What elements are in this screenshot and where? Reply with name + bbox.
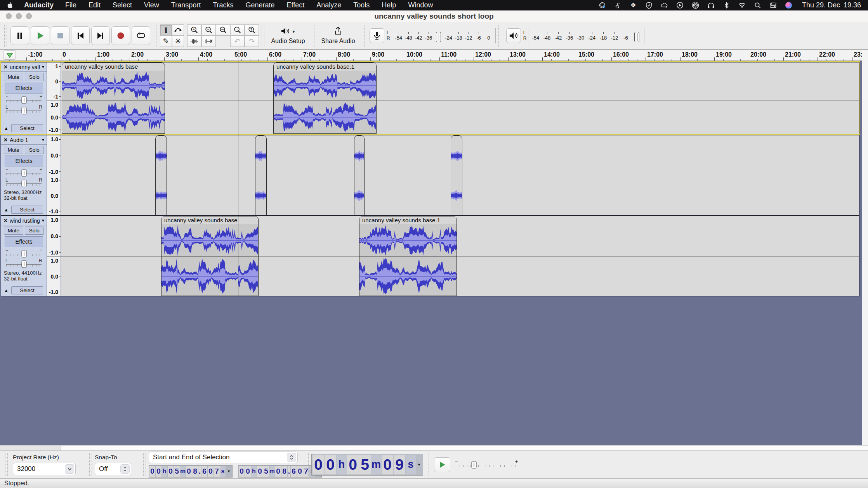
control-center-icon[interactable] xyxy=(769,2,777,9)
select-button[interactable]: Select xyxy=(11,124,43,132)
snap-to-select[interactable]: Off xyxy=(95,463,131,475)
airport-icon[interactable] xyxy=(614,2,621,9)
play-button[interactable] xyxy=(31,26,49,45)
vertical-scale[interactable]: 1.00.0-1.0 xyxy=(47,176,61,215)
collapse-button[interactable]: ▲ xyxy=(4,126,9,131)
toolbar-grip[interactable] xyxy=(262,25,264,47)
audio-clip[interactable]: uncanny valley sounds base xyxy=(161,216,259,296)
track-name[interactable]: uncanny valle xyxy=(10,64,40,70)
skip-to-start-button[interactable] xyxy=(71,26,90,45)
time-digit[interactable]: 8 xyxy=(192,466,198,477)
vertical-scale[interactable]: 1.00.0-1.0 xyxy=(47,100,61,134)
solo-button[interactable]: Solo xyxy=(25,73,44,81)
mute-button[interactable]: Mute xyxy=(4,146,23,154)
track-close-button[interactable]: × xyxy=(3,137,9,144)
undo-button[interactable]: ↶ xyxy=(230,36,245,47)
toolbar-grip[interactable] xyxy=(362,25,365,47)
menu-analyze[interactable]: Analyze xyxy=(316,1,341,9)
time-digit[interactable]: 0 xyxy=(186,466,192,477)
track-content[interactable]: uncanny valley sounds baseuncanny valley… xyxy=(61,216,859,296)
solo-button[interactable]: Solo xyxy=(25,227,44,235)
zoom-toggle-button[interactable]: ? xyxy=(245,24,259,36)
clip-title[interactable]: uncanny valley sounds base.1 xyxy=(274,63,376,71)
timeline-ruler[interactable]: -1:0001:002:003:004:005:006:007:008:009:… xyxy=(0,50,862,61)
play-circle-icon[interactable] xyxy=(676,2,684,9)
fit-project-button[interactable]: ↔ xyxy=(230,24,245,36)
menu-help[interactable]: Help xyxy=(382,1,396,9)
pan-slider[interactable]: LR xyxy=(5,178,42,187)
time-digit[interactable]: 5 xyxy=(174,466,180,477)
track-close-button[interactable]: × xyxy=(3,217,9,224)
time-digit[interactable]: . xyxy=(288,466,290,477)
time-digit[interactable]: 0 xyxy=(156,466,161,477)
loop-button[interactable] xyxy=(132,26,150,45)
dropdown-caret-icon[interactable]: ▼ xyxy=(417,463,421,467)
playback-meter-button[interactable] xyxy=(506,28,521,43)
dropbox-icon[interactable]: ❖ xyxy=(630,2,637,9)
pan-slider-thumb[interactable] xyxy=(21,107,26,114)
audio-setup-button[interactable]: ▼ Audio Setup xyxy=(267,24,309,47)
track-menu-caret-icon[interactable]: ▼ xyxy=(41,138,45,142)
pan-slider-thumb[interactable] xyxy=(21,261,26,268)
time-digit[interactable]: 7 xyxy=(214,466,220,477)
menu-window[interactable]: Window xyxy=(408,1,433,9)
toolbar-grip[interactable] xyxy=(312,25,314,47)
recording-meter-button[interactable] xyxy=(370,28,384,43)
menu-edit[interactable]: Edit xyxy=(89,1,101,9)
zoom-in-button[interactable]: + xyxy=(187,24,201,36)
track-row-1[interactable]: ×uncanny valle▼MuteSoloEffects−+LR▲Selec… xyxy=(1,62,859,134)
envelope-tool[interactable] xyxy=(172,24,184,36)
time-digit[interactable]: 0 xyxy=(239,466,245,477)
track-close-button[interactable]: × xyxy=(3,64,9,71)
time-digit[interactable]: 6 xyxy=(291,466,297,477)
audio-clip[interactable] xyxy=(155,135,167,215)
vertical-scrollbar[interactable] xyxy=(862,50,868,445)
selection-start-field[interactable]: 00h05m08.607s▼ xyxy=(149,465,233,478)
screen-mirroring-icon[interactable] xyxy=(599,2,606,9)
time-digit[interactable]: 5 xyxy=(263,466,269,477)
time-digit[interactable]: 0 xyxy=(208,466,214,477)
speed-slider-thumb[interactable] xyxy=(471,461,476,468)
menu-select[interactable]: Select xyxy=(113,1,132,9)
draw-tool[interactable]: ✎ xyxy=(160,36,172,47)
audio-clip[interactable]: uncanny valley sounds base.1 xyxy=(359,216,457,296)
search-icon[interactable] xyxy=(754,2,761,9)
track-name[interactable]: wind rustling xyxy=(10,218,40,224)
gain-slider[interactable]: −+ xyxy=(5,248,42,258)
vertical-scale[interactable]: 10-1 xyxy=(47,62,61,100)
wifi-icon[interactable] xyxy=(738,2,746,9)
collapse-button[interactable]: ▲ xyxy=(4,207,9,213)
apple-menu-icon[interactable] xyxy=(7,2,14,9)
siri-icon[interactable] xyxy=(785,2,792,9)
horizontal-scrollbar[interactable] xyxy=(0,445,868,450)
time-digit[interactable]: 6 xyxy=(201,466,207,477)
time-digit[interactable]: 0 xyxy=(312,455,324,474)
skip-to-end-button[interactable] xyxy=(91,26,110,45)
effects-button[interactable]: Effects xyxy=(5,236,43,247)
solo-button[interactable]: Solo xyxy=(25,146,44,154)
dropdown-caret-icon[interactable]: ▼ xyxy=(227,469,231,473)
close-window-button[interactable] xyxy=(6,13,12,19)
playback-speed-slider[interactable]: − + xyxy=(455,459,518,471)
audio-clip[interactable]: uncanny valley sounds base xyxy=(62,62,165,134)
menu-tools[interactable]: Tools xyxy=(353,1,370,9)
time-digit[interactable]: 0 xyxy=(275,466,281,477)
pan-slider[interactable]: LR xyxy=(5,259,42,268)
toolbar-grip[interactable] xyxy=(4,25,7,47)
headphones-icon[interactable] xyxy=(707,2,715,9)
time-digit[interactable]: 0 xyxy=(245,466,251,477)
vertical-scale[interactable]: 1.00.0-1.0 xyxy=(47,256,61,296)
audio-clip[interactable] xyxy=(354,135,365,215)
trim-outside-selection-button[interactable] xyxy=(187,36,201,47)
share-audio-button[interactable]: Share Audio xyxy=(317,24,359,47)
project-rate-combobox[interactable]: 32000 xyxy=(13,463,76,475)
selection-tool[interactable]: I xyxy=(160,24,172,36)
toolbar-grip[interactable] xyxy=(154,25,156,47)
time-digit[interactable]: 0 xyxy=(297,466,303,477)
shield-icon[interactable] xyxy=(645,2,653,9)
collapse-button[interactable]: ▲ xyxy=(4,288,9,293)
toolbar-grip[interactable] xyxy=(5,453,8,476)
menu-file[interactable]: File xyxy=(65,1,76,9)
track-content[interactable] xyxy=(61,135,859,215)
selection-mode-select[interactable]: Start and End of Selection xyxy=(149,452,298,463)
